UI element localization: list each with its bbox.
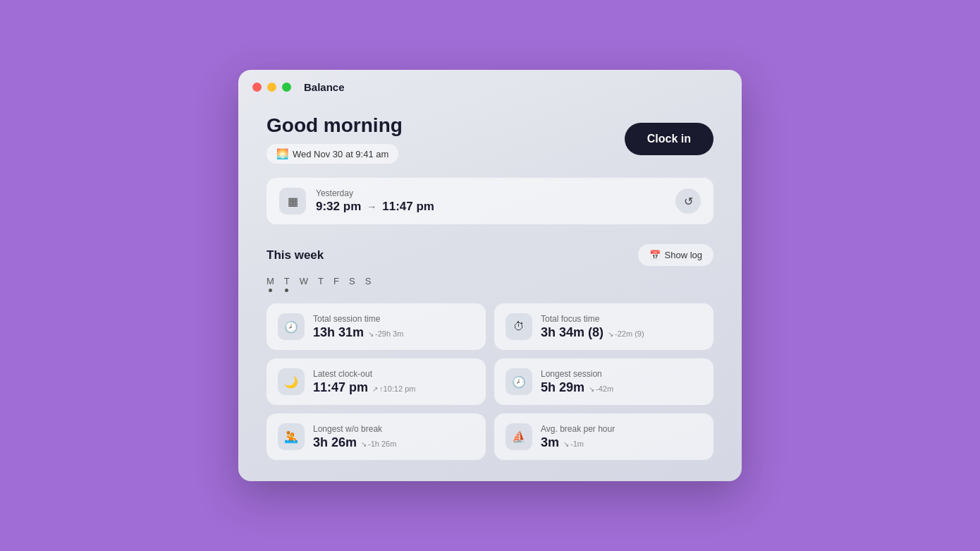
timer-icon: ⏱ (506, 313, 532, 340)
calendar-grid-icon: ▦ (288, 195, 298, 208)
stat-value-row: 3m-1m (541, 435, 615, 450)
greeting-section: Good morning 🌅 Wed Nov 30 at 9:41 am Clo… (267, 114, 713, 164)
moon-icon: 🌙 (278, 368, 305, 395)
datetime-text: Wed Nov 30 at 9:41 am (293, 149, 388, 159)
stat-value: 3m (541, 435, 559, 450)
week-day: T (284, 276, 290, 292)
stat-info: Total session time13h 31m-29h 3m (313, 314, 403, 340)
stat-value: 13h 31m (313, 325, 364, 340)
replay-icon: ↺ (684, 195, 693, 208)
main-content: Good morning 🌅 Wed Nov 30 at 9:41 am Clo… (238, 100, 742, 481)
stat-value: 11:47 pm (313, 380, 368, 395)
stat-info: Longest session5h 29m-42m (541, 369, 613, 395)
datetime-badge: 🌅 Wed Nov 30 at 9:41 am (267, 144, 398, 164)
stat-value-row: 3h 34m (8)-22m (9) (541, 325, 644, 340)
arrow-right-icon: → (367, 201, 376, 212)
stat-delta: ↑10:12 pm (372, 385, 415, 393)
yesterday-label: Yesterday (316, 188, 434, 198)
day-dot (269, 289, 272, 292)
stat-delta: -1h 26m (361, 440, 396, 448)
replay-button[interactable]: ↺ (675, 188, 701, 214)
stat-card: ⏱Total focus time3h 34m (8)-22m (9) (494, 303, 713, 350)
stat-info: Latest clock-out11:47 pm↑10:12 pm (313, 369, 415, 395)
stat-label: Total session time (313, 314, 403, 324)
stat-card: 🤽Longest w/o break3h 26m-1h 26m (267, 413, 486, 460)
yesterday-card: ▦ Yesterday 9:32 pm → 11:47 pm ↺ (267, 178, 713, 224)
stat-card: 🌙Latest clock-out11:47 pm↑10:12 pm (267, 358, 486, 405)
yesterday-info: Yesterday 9:32 pm → 11:47 pm (316, 188, 434, 214)
stat-delta: -22m (9) (608, 329, 644, 338)
stat-card: ⛵Avg. break per hour3m-1m (494, 413, 713, 460)
sail-icon: ⛵ (506, 423, 532, 450)
stat-value-row: 11:47 pm↑10:12 pm (313, 380, 415, 395)
yesterday-left: ▦ Yesterday 9:32 pm → 11:47 pm (279, 188, 434, 214)
title-bar: Balance (238, 70, 742, 100)
yesterday-end: 11:47 pm (382, 200, 434, 214)
week-day: F (333, 276, 339, 292)
week-days: MTWTFSS (267, 276, 713, 292)
week-day: W (300, 276, 308, 292)
week-day: S (365, 276, 372, 292)
stat-value: 3h 34m (8) (541, 325, 604, 340)
sunrise-icon: 🌅 (276, 148, 288, 159)
show-log-label: Show log (665, 250, 702, 260)
stat-label: Longest session (541, 369, 613, 379)
clock-icon: 🕗 (278, 313, 305, 340)
clock2-icon: 🕗 (506, 368, 532, 395)
this-week-title: This week (267, 248, 324, 262)
yesterday-icon-box: ▦ (279, 188, 306, 214)
stat-value: 3h 26m (313, 435, 357, 450)
stat-value: 5h 29m (541, 380, 584, 395)
stat-delta: -29h 3m (368, 329, 403, 338)
stat-value-row: 13h 31m-29h 3m (313, 325, 403, 340)
stat-label: Latest clock-out (313, 369, 415, 379)
stat-label: Longest w/o break (313, 424, 396, 434)
stat-delta: -42m (589, 385, 613, 393)
traffic-light-maximize[interactable] (282, 83, 291, 92)
clock-in-button[interactable]: Clock in (625, 123, 713, 155)
stats-grid: 🕗Total session time13h 31m-29h 3m⏱Total … (267, 303, 713, 460)
greeting-left: Good morning 🌅 Wed Nov 30 at 9:41 am (267, 114, 403, 164)
traffic-light-minimize[interactable] (267, 83, 276, 92)
stat-info: Avg. break per hour3m-1m (541, 424, 615, 450)
stat-info: Longest w/o break3h 26m-1h 26m (313, 424, 396, 450)
calendar-icon: 📅 (649, 250, 661, 260)
week-day: S (349, 276, 355, 292)
stat-card: 🕗Total session time13h 31m-29h 3m (267, 303, 486, 350)
stat-label: Avg. break per hour (541, 424, 615, 434)
traffic-light-close[interactable] (252, 83, 262, 92)
stat-value-row: 5h 29m-42m (541, 380, 613, 395)
swim-icon: 🤽 (278, 423, 305, 450)
yesterday-start: 9:32 pm (316, 200, 361, 214)
this-week-header: This week 📅 Show log (267, 244, 713, 266)
show-log-button[interactable]: 📅 Show log (638, 244, 713, 266)
app-title: Balance (304, 81, 345, 93)
app-window: Balance Good morning 🌅 Wed Nov 30 at 9:4… (238, 70, 742, 481)
day-dot (285, 289, 288, 292)
stat-info: Total focus time3h 34m (8)-22m (9) (541, 314, 644, 340)
stat-label: Total focus time (541, 314, 644, 324)
week-day: T (318, 276, 324, 292)
stat-value-row: 3h 26m-1h 26m (313, 435, 396, 450)
yesterday-time: 9:32 pm → 11:47 pm (316, 200, 434, 214)
greeting-text: Good morning (267, 114, 403, 137)
stat-card: 🕗Longest session5h 29m-42m (494, 358, 713, 405)
week-day: M (267, 276, 274, 292)
stat-delta: -1m (563, 440, 584, 448)
